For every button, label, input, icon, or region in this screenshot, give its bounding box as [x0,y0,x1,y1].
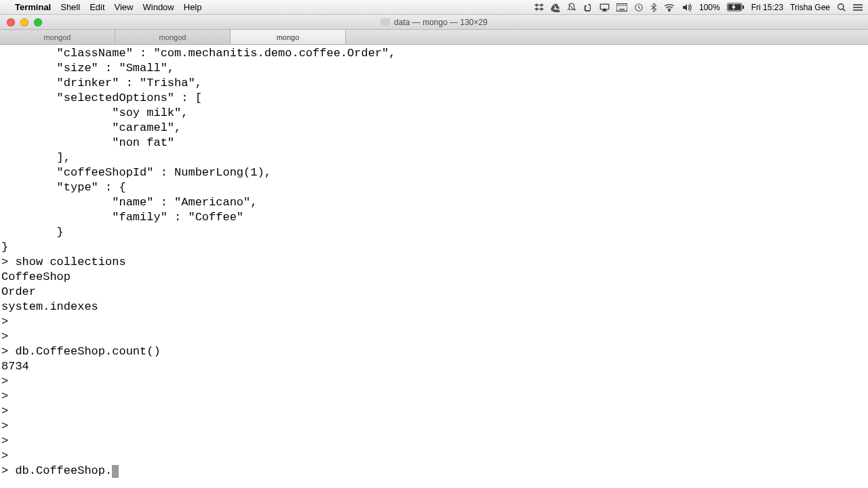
terminal-tab-0[interactable]: mongod [0,30,115,44]
spotlight-icon[interactable] [837,3,846,12]
battery-percent: 100% [699,3,720,12]
timemachine-icon[interactable] [634,3,644,12]
terminal-line: > [1,329,867,344]
wifi-icon[interactable] [664,3,675,12]
terminal-line: "drinker" : "Trisha", [1,76,867,91]
svg-rect-3 [620,5,620,5]
terminal-line: "size" : "Small", [1,61,867,76]
volume-icon[interactable] [682,3,692,12]
terminal-line: "name" : "Americano", [1,195,867,210]
svg-rect-4 [621,5,622,5]
terminal-line: Order [1,285,867,300]
terminal-output[interactable]: "className" : "com.mechanitis.demo.coffe… [0,45,868,488]
tab-label: mongod [159,33,186,41]
menubar-left: Terminal Shell Edit View Window Help [5,2,202,12]
svg-point-13 [838,3,844,9]
terminal-line: "soy milk", [1,106,867,121]
notifications-off-icon[interactable] [567,3,576,12]
svg-rect-7 [619,9,625,9]
terminal-line: "family" : "Coffee" [1,210,867,225]
terminal-line: "className" : "com.mechanitis.demo.coffe… [1,46,867,61]
menubar-clock[interactable]: Fri 15:23 [751,3,783,12]
terminal-line: "type" : { [1,180,867,195]
terminal-line: CoffeeShop [1,270,867,285]
svg-rect-12 [743,5,744,9]
menu-window[interactable]: Window [143,2,174,12]
terminal-line: } [1,240,867,255]
window-title-text: data — mongo — 130×29 [394,18,488,27]
svg-rect-6 [625,5,626,5]
terminal-cursor [112,465,119,478]
dropbox-icon[interactable] [534,3,544,12]
airplay-icon[interactable] [599,3,610,12]
minimize-window-button[interactable] [20,18,28,26]
svg-rect-5 [623,5,624,5]
window-titlebar: data — mongo — 130×29 [0,15,868,30]
terminal-line: > [1,314,867,329]
terminal-line: "caramel", [1,121,867,136]
gdrive-icon[interactable] [551,3,560,12]
terminal-line: > show collections [1,255,867,270]
menubar-user[interactable]: Trisha Gee [790,3,830,12]
terminal-line: > [1,434,867,449]
bluetooth-icon[interactable] [650,3,657,12]
terminal-line: "coffeeShopId" : NumberLong(1), [1,165,867,180]
tab-label: mongo [277,33,300,41]
menu-view[interactable]: View [115,2,134,12]
battery-icon[interactable] [727,3,745,12]
macos-menubar: Terminal Shell Edit View Window Help [0,0,868,15]
terminal-prompt-line[interactable]: > db.CoffeeShop. [1,464,867,479]
terminal-current-input: > db.CoffeeShop. [1,464,112,477]
notification-center-icon[interactable] [853,3,863,12]
terminal-tab-1[interactable]: mongod [115,30,231,44]
menu-edit[interactable]: Edit [90,2,104,12]
zoom-window-button[interactable] [34,18,42,26]
svg-rect-2 [618,5,618,5]
menubar-right: 100% Fri 15:23 Trisha Gee [534,3,863,12]
terminal-line: ], [1,150,867,165]
terminal-line: system.indexes [1,300,867,314]
terminal-line: > [1,374,867,389]
menu-shell[interactable]: Shell [60,2,80,12]
terminal-line: } [1,225,867,240]
keyboard-icon[interactable] [616,3,627,12]
terminal-line: > [1,449,867,464]
terminal-line: 8734 [1,359,867,374]
folder-icon [380,18,390,26]
terminal-line: > [1,404,867,419]
app-name[interactable]: Terminal [15,2,51,12]
close-window-button[interactable] [7,18,15,26]
terminal-tabbar: mongod mongod mongo [0,30,868,45]
svg-point-9 [669,9,670,11]
tab-label: mongod [44,33,71,41]
terminal-line: > db.CoffeeShop.count() [1,344,867,359]
terminal-tab-2[interactable]: mongo [231,30,346,44]
svg-rect-1 [616,3,627,11]
terminal-line: "non fat" [1,136,867,150]
terminal-line: "selectedOptions" : [ [1,91,867,106]
terminal-line: > [1,389,867,404]
menu-help[interactable]: Help [184,2,202,12]
terminal-line: > [1,419,867,434]
window-title: data — mongo — 130×29 [380,18,488,27]
traffic-lights [0,18,42,26]
evernote-icon[interactable] [583,3,593,12]
